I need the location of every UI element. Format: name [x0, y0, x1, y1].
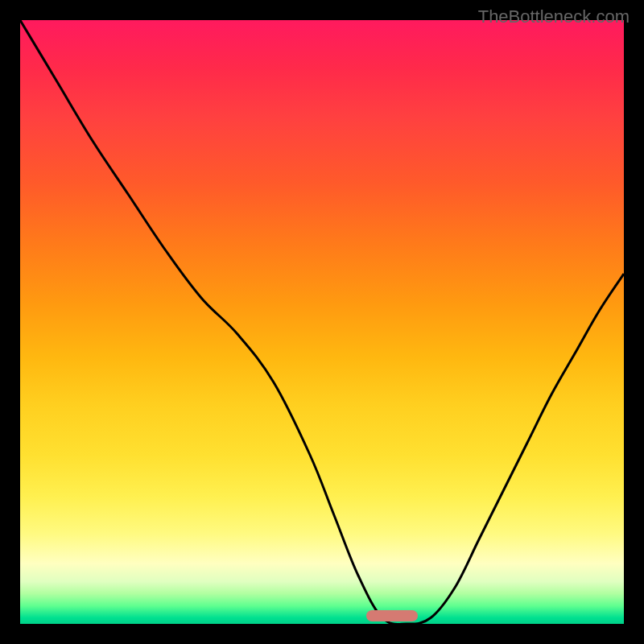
bottleneck-chart [20, 20, 624, 624]
watermark-text: TheBottleneck.com [478, 6, 630, 27]
optimal-range-marker [366, 610, 418, 621]
curve-svg [20, 20, 624, 624]
bottleneck-curve-path [20, 20, 624, 624]
